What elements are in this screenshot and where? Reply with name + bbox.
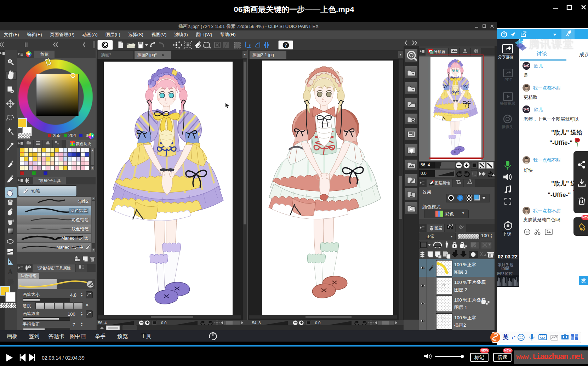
svg-text:?: ? (285, 42, 287, 48)
svg-text:A: A (8, 268, 13, 275)
svg-text:0.0: 0.0 (315, 321, 320, 325)
svg-text:0.0: 0.0 (161, 321, 166, 325)
svg-text:56. 4: 56. 4 (98, 321, 107, 325)
svg-text:54. 3: 54. 3 (252, 321, 261, 325)
